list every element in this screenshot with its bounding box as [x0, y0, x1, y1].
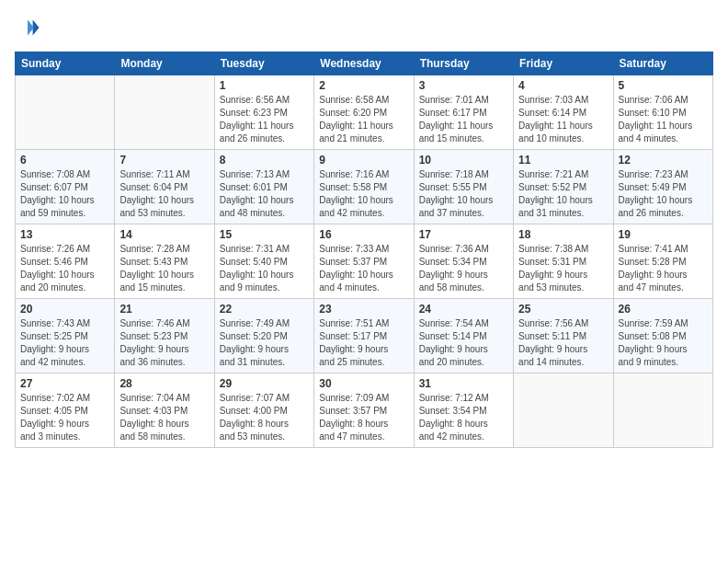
day-number: 7: [119, 154, 209, 167]
day-number: 24: [419, 303, 508, 316]
day-info: Sunrise: 7:09 AM Sunset: 3:57 PM Dayligh…: [319, 392, 408, 443]
day-info: Sunrise: 7:36 AM Sunset: 5:34 PM Dayligh…: [419, 243, 508, 294]
day-number: 9: [319, 154, 408, 167]
day-number: 10: [419, 154, 508, 167]
calendar-cell: 27Sunrise: 7:02 AM Sunset: 4:05 PM Dayli…: [16, 373, 115, 448]
day-info: Sunrise: 6:58 AM Sunset: 6:20 PM Dayligh…: [319, 94, 408, 145]
calendar-cell: 26Sunrise: 7:59 AM Sunset: 5:08 PM Dayli…: [613, 299, 712, 373]
day-number: 2: [319, 79, 408, 92]
day-number: 31: [419, 377, 508, 390]
calendar-cell: 4Sunrise: 7:03 AM Sunset: 6:14 PM Daylig…: [514, 75, 613, 150]
day-number: 23: [319, 303, 408, 316]
calendar-cell: 24Sunrise: 7:54 AM Sunset: 5:14 PM Dayli…: [414, 299, 513, 373]
calendar-cell: 6Sunrise: 7:08 AM Sunset: 6:07 PM Daylig…: [16, 150, 115, 224]
calendar-table: SundayMondayTuesdayWednesdayThursdayFrid…: [15, 52, 713, 448]
day-info: Sunrise: 7:01 AM Sunset: 6:17 PM Dayligh…: [419, 94, 508, 145]
day-number: 1: [220, 79, 309, 92]
calendar-cell: 23Sunrise: 7:51 AM Sunset: 5:17 PM Dayli…: [314, 299, 414, 373]
calendar-cell: 16Sunrise: 7:33 AM Sunset: 5:37 PM Dayli…: [314, 224, 414, 299]
day-number: 3: [419, 79, 508, 92]
day-number: 5: [619, 79, 708, 92]
day-info: Sunrise: 7:06 AM Sunset: 6:10 PM Dayligh…: [619, 94, 708, 145]
weekday-header: Tuesday: [214, 52, 313, 75]
day-info: Sunrise: 6:56 AM Sunset: 6:23 PM Dayligh…: [220, 94, 309, 145]
calendar-cell: 2Sunrise: 6:58 AM Sunset: 6:20 PM Daylig…: [314, 75, 414, 150]
calendar-cell: 9Sunrise: 7:16 AM Sunset: 5:58 PM Daylig…: [314, 150, 414, 224]
calendar-cell: 15Sunrise: 7:31 AM Sunset: 5:40 PM Dayli…: [214, 224, 313, 299]
day-info: Sunrise: 7:56 AM Sunset: 5:11 PM Dayligh…: [518, 317, 608, 369]
calendar-cell: 10Sunrise: 7:18 AM Sunset: 5:55 PM Dayli…: [414, 150, 513, 224]
calendar-week-row: 6Sunrise: 7:08 AM Sunset: 6:07 PM Daylig…: [16, 150, 713, 224]
day-info: Sunrise: 7:08 AM Sunset: 6:07 PM Dayligh…: [20, 168, 109, 220]
calendar-cell: 5Sunrise: 7:06 AM Sunset: 6:10 PM Daylig…: [613, 75, 712, 150]
calendar-cell: 19Sunrise: 7:41 AM Sunset: 5:28 PM Dayli…: [613, 224, 712, 299]
day-number: 16: [319, 228, 408, 241]
day-info: Sunrise: 7:03 AM Sunset: 6:14 PM Dayligh…: [518, 94, 608, 145]
day-number: 15: [220, 228, 309, 241]
day-info: Sunrise: 7:49 AM Sunset: 5:20 PM Dayligh…: [220, 317, 309, 369]
weekday-header: Monday: [115, 52, 214, 75]
calendar-cell: 31Sunrise: 7:12 AM Sunset: 3:54 PM Dayli…: [414, 373, 513, 448]
day-number: 29: [220, 377, 309, 390]
weekday-header: Saturday: [613, 52, 712, 75]
day-number: 25: [518, 303, 608, 316]
calendar-cell: 12Sunrise: 7:23 AM Sunset: 5:49 PM Dayli…: [613, 150, 712, 224]
calendar-cell: 7Sunrise: 7:11 AM Sunset: 6:04 PM Daylig…: [115, 150, 214, 224]
page-header: [15, 15, 713, 40]
day-number: 12: [619, 154, 708, 167]
calendar-cell: 11Sunrise: 7:21 AM Sunset: 5:52 PM Dayli…: [514, 150, 613, 224]
calendar-cell: 28Sunrise: 7:04 AM Sunset: 4:03 PM Dayli…: [115, 373, 214, 448]
day-number: 19: [619, 228, 708, 241]
calendar-header-row: SundayMondayTuesdayWednesdayThursdayFrid…: [16, 52, 713, 75]
day-info: Sunrise: 7:43 AM Sunset: 5:25 PM Dayligh…: [20, 317, 109, 369]
calendar-week-row: 1Sunrise: 6:56 AM Sunset: 6:23 PM Daylig…: [16, 75, 713, 150]
calendar-week-row: 13Sunrise: 7:26 AM Sunset: 5:46 PM Dayli…: [16, 224, 713, 299]
day-info: Sunrise: 7:26 AM Sunset: 5:46 PM Dayligh…: [20, 243, 109, 294]
logo-icon: [15, 15, 40, 40]
day-number: 4: [518, 79, 608, 92]
calendar-cell: 3Sunrise: 7:01 AM Sunset: 6:17 PM Daylig…: [414, 75, 513, 150]
day-info: Sunrise: 7:21 AM Sunset: 5:52 PM Dayligh…: [518, 168, 608, 220]
day-number: 21: [119, 303, 209, 316]
day-info: Sunrise: 7:07 AM Sunset: 4:00 PM Dayligh…: [220, 392, 309, 443]
day-info: Sunrise: 7:23 AM Sunset: 5:49 PM Dayligh…: [619, 168, 708, 220]
calendar-cell: 13Sunrise: 7:26 AM Sunset: 5:46 PM Dayli…: [16, 224, 115, 299]
day-number: 30: [319, 377, 408, 390]
day-info: Sunrise: 7:31 AM Sunset: 5:40 PM Dayligh…: [220, 243, 309, 294]
weekday-header: Sunday: [16, 52, 115, 75]
day-number: 27: [20, 377, 109, 390]
day-info: Sunrise: 7:46 AM Sunset: 5:23 PM Dayligh…: [119, 317, 209, 369]
weekday-header: Thursday: [414, 52, 513, 75]
day-info: Sunrise: 7:59 AM Sunset: 5:08 PM Dayligh…: [619, 317, 708, 369]
day-info: Sunrise: 7:12 AM Sunset: 3:54 PM Dayligh…: [419, 392, 508, 443]
day-info: Sunrise: 7:16 AM Sunset: 5:58 PM Dayligh…: [319, 168, 408, 220]
day-info: Sunrise: 7:54 AM Sunset: 5:14 PM Dayligh…: [419, 317, 508, 369]
logo: [15, 15, 44, 40]
calendar-week-row: 20Sunrise: 7:43 AM Sunset: 5:25 PM Dayli…: [16, 299, 713, 373]
calendar-cell: [16, 75, 115, 150]
day-number: 13: [20, 228, 109, 241]
calendar-week-row: 27Sunrise: 7:02 AM Sunset: 4:05 PM Dayli…: [16, 373, 713, 448]
calendar-cell: 20Sunrise: 7:43 AM Sunset: 5:25 PM Dayli…: [16, 299, 115, 373]
day-info: Sunrise: 7:28 AM Sunset: 5:43 PM Dayligh…: [119, 243, 209, 294]
calendar-cell: 21Sunrise: 7:46 AM Sunset: 5:23 PM Dayli…: [115, 299, 214, 373]
day-number: 26: [619, 303, 708, 316]
day-info: Sunrise: 7:02 AM Sunset: 4:05 PM Dayligh…: [20, 392, 109, 443]
day-info: Sunrise: 7:13 AM Sunset: 6:01 PM Dayligh…: [220, 168, 309, 220]
day-info: Sunrise: 7:51 AM Sunset: 5:17 PM Dayligh…: [319, 317, 408, 369]
calendar-cell: [613, 373, 712, 448]
day-number: 22: [220, 303, 309, 316]
day-info: Sunrise: 7:11 AM Sunset: 6:04 PM Dayligh…: [119, 168, 209, 220]
calendar-cell: 29Sunrise: 7:07 AM Sunset: 4:00 PM Dayli…: [214, 373, 313, 448]
calendar-cell: 8Sunrise: 7:13 AM Sunset: 6:01 PM Daylig…: [214, 150, 313, 224]
day-number: 28: [119, 377, 209, 390]
day-info: Sunrise: 7:41 AM Sunset: 5:28 PM Dayligh…: [619, 243, 708, 294]
weekday-header: Wednesday: [314, 52, 414, 75]
calendar-cell: [115, 75, 214, 150]
day-number: 18: [518, 228, 608, 241]
calendar-cell: [514, 373, 613, 448]
calendar-cell: 25Sunrise: 7:56 AM Sunset: 5:11 PM Dayli…: [514, 299, 613, 373]
calendar-cell: 17Sunrise: 7:36 AM Sunset: 5:34 PM Dayli…: [414, 224, 513, 299]
day-info: Sunrise: 7:38 AM Sunset: 5:31 PM Dayligh…: [518, 243, 608, 294]
calendar-cell: 18Sunrise: 7:38 AM Sunset: 5:31 PM Dayli…: [514, 224, 613, 299]
